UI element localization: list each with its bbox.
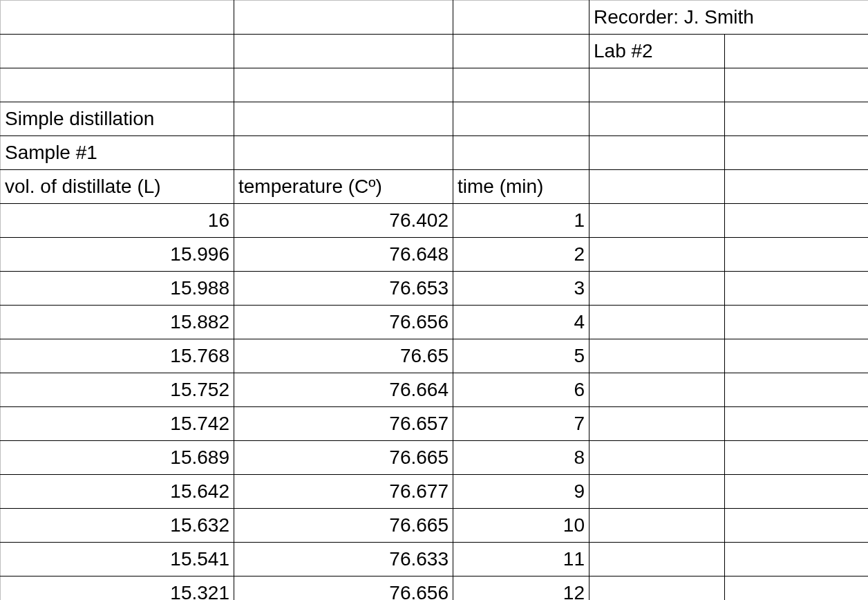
time-cell[interactable]: 11 [453,543,589,576]
cell-empty[interactable] [234,136,453,170]
cell-empty[interactable] [234,1,453,35]
time-cell[interactable]: 9 [453,475,589,509]
table-row: 15.75276.6646 [1,373,869,407]
cell-empty[interactable] [589,306,725,339]
cell-empty[interactable] [725,441,869,475]
cell-empty[interactable] [1,68,234,102]
column-header-time[interactable]: time (min) [453,170,589,204]
cell-empty[interactable] [725,35,869,68]
cell-empty[interactable] [725,339,869,373]
cell-empty[interactable] [589,407,725,441]
cell-empty[interactable] [1,35,234,68]
cell-empty[interactable] [725,407,869,441]
temp-cell[interactable]: 76.656 [234,576,453,601]
column-header-temp[interactable]: temperature (Cº) [234,170,453,204]
vol-cell[interactable]: 15.642 [1,475,234,509]
spreadsheet-grid[interactable]: Recorder: J. Smith Lab #2 Simple distill… [0,0,868,600]
cell-empty[interactable] [589,475,725,509]
cell-empty[interactable] [234,35,453,68]
cell-empty[interactable] [725,576,869,601]
vol-cell[interactable]: 15.752 [1,373,234,407]
cell-empty[interactable] [725,204,869,238]
recorder-cell[interactable]: Recorder: J. Smith [589,1,869,35]
time-cell[interactable]: 1 [453,204,589,238]
cell-empty[interactable] [589,238,725,272]
cell-empty[interactable] [234,68,453,102]
cell-empty[interactable] [725,136,869,170]
temp-cell[interactable]: 76.665 [234,509,453,543]
cell-empty[interactable] [589,102,725,136]
cell-empty[interactable] [725,170,869,204]
cell-empty[interactable] [589,509,725,543]
time-cell[interactable]: 3 [453,272,589,306]
cell-empty[interactable] [725,306,869,339]
cell-empty[interactable] [589,339,725,373]
cell-empty[interactable] [725,543,869,576]
vol-cell[interactable]: 15.632 [1,509,234,543]
temp-cell[interactable]: 76.656 [234,306,453,339]
cell-empty[interactable] [453,1,589,35]
cell-empty[interactable] [453,136,589,170]
cell-empty[interactable] [725,272,869,306]
table-row: 15.74276.6577 [1,407,869,441]
lab-cell[interactable]: Lab #2 [589,35,725,68]
cell-empty[interactable] [725,238,869,272]
time-cell[interactable]: 4 [453,306,589,339]
column-header-vol[interactable]: vol. of distillate (L) [1,170,234,204]
vol-cell[interactable]: 15.321 [1,576,234,601]
table-row: Recorder: J. Smith [1,1,869,35]
cell-empty[interactable] [725,475,869,509]
vol-cell[interactable]: 15.742 [1,407,234,441]
table-row: 15.88276.6564 [1,306,869,339]
table-row: 15.99676.6482 [1,238,869,272]
temp-cell[interactable]: 76.65 [234,339,453,373]
temp-cell[interactable]: 76.657 [234,407,453,441]
temp-cell[interactable]: 76.402 [234,204,453,238]
experiment-title[interactable]: Simple distillation [1,102,234,136]
cell-empty[interactable] [725,509,869,543]
vol-cell[interactable]: 15.996 [1,238,234,272]
cell-empty[interactable] [725,68,869,102]
time-cell[interactable]: 8 [453,441,589,475]
table-row [1,68,869,102]
temp-cell[interactable]: 76.664 [234,373,453,407]
temp-cell[interactable]: 76.648 [234,238,453,272]
time-cell[interactable]: 7 [453,407,589,441]
table-row: 1676.4021 [1,204,869,238]
cell-empty[interactable] [1,1,234,35]
cell-empty[interactable] [589,170,725,204]
time-cell[interactable]: 5 [453,339,589,373]
temp-cell[interactable]: 76.633 [234,543,453,576]
time-cell[interactable]: 6 [453,373,589,407]
time-cell[interactable]: 10 [453,509,589,543]
cell-empty[interactable] [589,272,725,306]
cell-empty[interactable] [453,68,589,102]
table-row: 15.98876.6533 [1,272,869,306]
cell-empty[interactable] [453,102,589,136]
cell-empty[interactable] [453,35,589,68]
cell-empty[interactable] [589,441,725,475]
table-row: Simple distillation [1,102,869,136]
vol-cell[interactable]: 15.768 [1,339,234,373]
vol-cell[interactable]: 15.541 [1,543,234,576]
temp-cell[interactable]: 76.677 [234,475,453,509]
vol-cell[interactable]: 15.689 [1,441,234,475]
cell-empty[interactable] [725,373,869,407]
cell-empty[interactable] [589,68,725,102]
temp-cell[interactable]: 76.665 [234,441,453,475]
time-cell[interactable]: 2 [453,238,589,272]
vol-cell[interactable]: 15.882 [1,306,234,339]
cell-empty[interactable] [589,136,725,170]
cell-empty[interactable] [589,543,725,576]
vol-cell[interactable]: 15.988 [1,272,234,306]
table-row: 15.63276.66510 [1,509,869,543]
time-cell[interactable]: 12 [453,576,589,601]
cell-empty[interactable] [234,102,453,136]
cell-empty[interactable] [725,102,869,136]
temp-cell[interactable]: 76.653 [234,272,453,306]
cell-empty[interactable] [589,576,725,601]
vol-cell[interactable]: 16 [1,204,234,238]
cell-empty[interactable] [589,373,725,407]
cell-empty[interactable] [589,204,725,238]
sample-id[interactable]: Sample #1 [1,136,234,170]
